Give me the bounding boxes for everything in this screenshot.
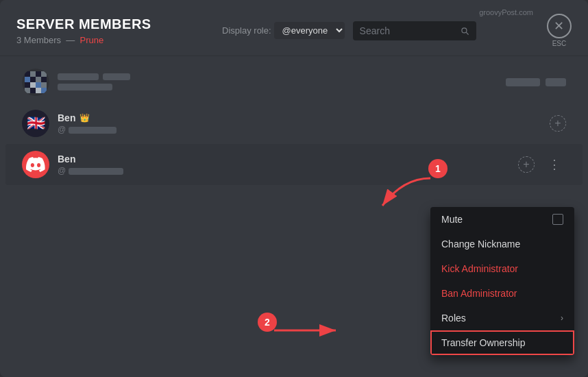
blurred-role-2	[546, 78, 566, 86]
svg-rect-9	[36, 82, 41, 88]
svg-rect-2	[30, 71, 36, 77]
member-info	[58, 73, 498, 91]
avatar	[22, 69, 49, 96]
search-icon	[460, 25, 469, 36]
context-menu: Mute Change Nickname Kick Administrator …	[430, 207, 574, 355]
search-input[interactable]	[360, 25, 456, 36]
blurred-discriminator	[69, 168, 123, 175]
member-options-button[interactable]: ⋮	[543, 154, 566, 175]
crown-icon: 👑	[79, 113, 90, 123]
search-bar	[353, 21, 476, 40]
chevron-right-icon: ›	[561, 313, 563, 323]
menu-item-ban[interactable]: Ban Administrator	[430, 281, 574, 306]
svg-rect-4	[25, 77, 30, 82]
discord-logo-icon	[26, 157, 45, 172]
prune-link[interactable]: Prune	[79, 35, 103, 45]
page-title: SERVER MEMBERS	[16, 16, 151, 32]
svg-rect-11	[41, 77, 47, 82]
display-role-label: Display role: @everyone	[222, 22, 345, 39]
server-members-modal: groovyPost.com SERVER MEMBERS 3 Members …	[0, 0, 588, 377]
member-tag: @	[58, 125, 541, 134]
svg-rect-8	[30, 82, 36, 88]
table-row[interactable]: Ben @ + ⋮	[5, 144, 583, 185]
svg-rect-7	[25, 82, 30, 88]
member-name: Ben 👑	[58, 112, 541, 123]
members-count: 3 Members — Prune	[16, 35, 151, 45]
svg-rect-6	[36, 77, 41, 82]
avatar: 🇬🇧	[22, 110, 49, 137]
mute-checkbox[interactable]	[552, 214, 563, 225]
blurred-role	[506, 78, 540, 86]
table-row[interactable]: 🇬🇧 Ben 👑 @ +	[5, 103, 583, 144]
pixel-avatar	[22, 69, 49, 96]
svg-rect-1	[25, 71, 30, 77]
svg-rect-3	[36, 71, 41, 77]
header-center: Display role: @everyone	[222, 21, 476, 40]
avatar	[22, 151, 49, 178]
close-button[interactable]: ✕	[547, 14, 572, 38]
annotation-bubble-1: 1	[428, 159, 448, 178]
menu-item-transfer[interactable]: Transfer Ownership	[430, 330, 574, 355]
blurred-name	[58, 73, 99, 80]
esc-label: ESC	[552, 40, 567, 47]
annotation-bubble-2: 2	[258, 313, 277, 332]
svg-rect-13	[25, 88, 30, 93]
member-name	[58, 73, 498, 80]
menu-item-roles[interactable]: Roles ›	[430, 306, 574, 330]
watermark: groovyPost.com	[479, 8, 533, 16]
add-role-button[interactable]: +	[550, 115, 566, 132]
member-info: Ben 👑 @	[58, 112, 541, 134]
member-actions	[506, 78, 566, 86]
modal-body: 🇬🇧 Ben 👑 @ +	[0, 56, 588, 377]
svg-rect-5	[30, 77, 36, 82]
svg-rect-16	[41, 88, 47, 93]
table-row[interactable]	[5, 62, 583, 103]
member-tag	[58, 82, 498, 91]
blurred-tag	[58, 84, 112, 90]
svg-rect-14	[30, 88, 36, 93]
menu-item-kick[interactable]: Kick Administrator	[430, 256, 574, 281]
svg-rect-12	[41, 82, 47, 88]
menu-item-nickname[interactable]: Change Nickname	[430, 232, 574, 256]
add-role-button[interactable]: +	[518, 156, 535, 173]
blurred-name-2	[103, 73, 130, 80]
role-selector[interactable]: @everyone	[274, 22, 345, 39]
header-left: SERVER MEMBERS 3 Members — Prune	[16, 16, 151, 45]
blurred-discriminator	[69, 127, 117, 134]
svg-rect-15	[36, 88, 41, 93]
menu-item-mute[interactable]: Mute	[430, 207, 574, 232]
svg-rect-10	[41, 71, 47, 77]
close-area: ✕ ESC	[547, 14, 572, 47]
